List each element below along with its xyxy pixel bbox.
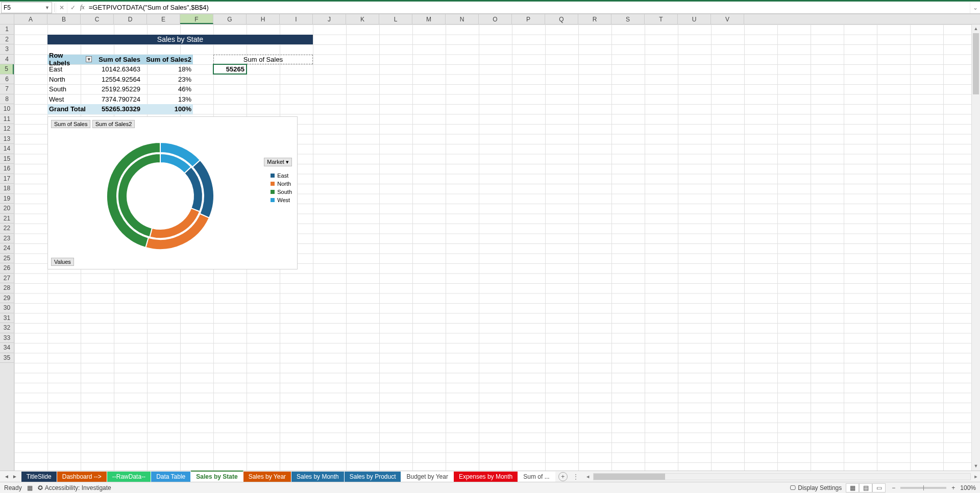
- col-header-I[interactable]: I: [280, 14, 313, 24]
- horizontal-scrollbar[interactable]: [593, 473, 971, 480]
- accessibility-status[interactable]: Accessibility: Investigate: [45, 484, 111, 491]
- row-header-28[interactable]: 28: [0, 283, 14, 293]
- col-header-N[interactable]: N: [446, 14, 479, 24]
- sheet-tab[interactable]: Sales by Product: [345, 472, 402, 482]
- tab-nav-prev-icon[interactable]: ◄: [4, 474, 9, 479]
- zoom-in-button[interactable]: +: [949, 484, 957, 491]
- col-header-P[interactable]: P: [512, 14, 545, 24]
- row-header-34[interactable]: 34: [0, 343, 14, 353]
- sheet-tab[interactable]: Expenses by Month: [454, 472, 518, 482]
- chart-values-btn[interactable]: Values: [51, 258, 74, 266]
- col-header-B[interactable]: B: [47, 14, 81, 24]
- col-header-E[interactable]: E: [147, 14, 180, 24]
- col-header-L[interactable]: L: [379, 14, 412, 24]
- col-header-K[interactable]: K: [346, 14, 379, 24]
- display-settings[interactable]: Display Settings: [798, 484, 842, 491]
- new-sheet-button[interactable]: +: [558, 472, 568, 481]
- row-header-16[interactable]: 16: [0, 164, 14, 174]
- name-box-input[interactable]: [4, 4, 45, 11]
- sheet-tab[interactable]: Sales by Year: [243, 472, 291, 482]
- row-header-32[interactable]: 32: [0, 323, 14, 333]
- col-header-J[interactable]: J: [313, 14, 346, 24]
- col-header-O[interactable]: O: [479, 14, 512, 24]
- zoom-out-button[interactable]: −: [890, 484, 897, 491]
- sheet-tab[interactable]: --RawData--: [107, 472, 151, 482]
- accept-formula-icon[interactable]: ✓: [67, 2, 78, 13]
- row-header-24[interactable]: 24: [0, 243, 14, 254]
- sheet-tab[interactable]: TitleSlide: [21, 472, 57, 482]
- row-header-29[interactable]: 29: [0, 293, 14, 304]
- accessibility-icon[interactable]: ✪: [38, 484, 43, 491]
- zoom-level[interactable]: 100%: [960, 484, 976, 491]
- row-header-23[interactable]: 23: [0, 234, 14, 244]
- col-header-R[interactable]: R: [578, 14, 611, 24]
- row-header-26[interactable]: 26: [0, 263, 14, 274]
- row-header-27[interactable]: 27: [0, 274, 14, 284]
- macro-record-icon[interactable]: ▦: [27, 484, 33, 491]
- sheet-tab[interactable]: Data Table: [151, 472, 191, 482]
- chart-market-btn[interactable]: Market ▾: [264, 158, 292, 166]
- row-header-1[interactable]: 1: [0, 24, 14, 35]
- row-header-18[interactable]: 18: [0, 184, 14, 194]
- display-settings-icon[interactable]: 🖵: [790, 484, 796, 491]
- row-header-33[interactable]: 33: [0, 333, 14, 343]
- col-header-G[interactable]: G: [213, 14, 247, 24]
- hscroll-left-icon[interactable]: ◄: [584, 474, 592, 479]
- row-header-15[interactable]: 15: [0, 154, 14, 164]
- row-header-17[interactable]: 17: [0, 174, 14, 184]
- view-pagebreak-icon[interactable]: ▭: [872, 483, 886, 492]
- col-header-A[interactable]: A: [14, 14, 47, 24]
- row-header-21[interactable]: 21: [0, 214, 14, 224]
- scroll-down-icon[interactable]: ▼: [972, 462, 980, 471]
- row-header-8[interactable]: 8: [0, 94, 14, 105]
- row-header-12[interactable]: 12: [0, 124, 14, 134]
- row-header-7[interactable]: 7: [0, 84, 14, 94]
- row-header-31[interactable]: 31: [0, 313, 14, 324]
- row-header-20[interactable]: 20: [0, 204, 14, 214]
- row-header-11[interactable]: 11: [0, 114, 14, 125]
- cancel-formula-icon[interactable]: ✕: [56, 2, 67, 13]
- row-header-22[interactable]: 22: [0, 224, 14, 234]
- row-header-30[interactable]: 30: [0, 303, 14, 313]
- pivot-header-rowlabels[interactable]: Row Labels ▾: [47, 55, 93, 65]
- row-header-13[interactable]: 13: [0, 134, 14, 144]
- col-header-M[interactable]: M: [412, 14, 446, 24]
- name-box[interactable]: ▼: [1, 2, 52, 13]
- sheet-tab[interactable]: Dashboard -->: [57, 472, 107, 482]
- col-header-Q[interactable]: Q: [545, 14, 578, 24]
- col-header-U[interactable]: U: [678, 14, 711, 24]
- chart-field-btn-2[interactable]: Sum of Sales2: [92, 120, 135, 128]
- row-header-14[interactable]: 14: [0, 144, 14, 154]
- scroll-up-icon[interactable]: ▲: [972, 24, 980, 33]
- row-header-25[interactable]: 25: [0, 254, 14, 264]
- chart-field-btn-1[interactable]: Sum of Sales: [51, 120, 90, 128]
- col-header-D[interactable]: D: [114, 14, 147, 24]
- row-header-19[interactable]: 19: [0, 194, 14, 204]
- sheet-tab[interactable]: Sum of ...: [518, 472, 555, 482]
- zoom-slider[interactable]: [900, 487, 946, 489]
- sheet-tab[interactable]: Sales by Month: [291, 472, 345, 482]
- row-header-4[interactable]: 4: [0, 55, 14, 65]
- formula-expand-icon[interactable]: ⌄: [970, 2, 980, 13]
- col-header-V[interactable]: V: [711, 14, 744, 24]
- sheet-tab[interactable]: Sales by State: [191, 471, 243, 482]
- selected-cell[interactable]: 55265: [213, 64, 247, 75]
- row-header-35[interactable]: 35: [0, 353, 14, 363]
- vertical-scrollbar[interactable]: ▲ ▼: [971, 24, 980, 471]
- view-pagelayout-icon[interactable]: ▤: [859, 483, 872, 492]
- col-header-F[interactable]: F: [180, 14, 213, 24]
- col-header-T[interactable]: T: [645, 14, 678, 24]
- row-header-6[interactable]: 6: [0, 75, 14, 85]
- col-header-S[interactable]: S: [611, 14, 645, 24]
- select-all-corner[interactable]: [0, 14, 14, 24]
- row-header-3[interactable]: 3: [0, 44, 14, 55]
- row-header-5[interactable]: 5: [0, 64, 14, 75]
- pivot-chart[interactable]: Sum of Sales Sum of Sales2 Values Market…: [47, 116, 298, 269]
- scroll-thumb[interactable]: [973, 33, 979, 94]
- tab-nav-next-icon[interactable]: ►: [12, 474, 17, 479]
- name-box-dropdown-icon[interactable]: ▼: [45, 5, 50, 10]
- col-header-C[interactable]: C: [81, 14, 114, 24]
- fx-icon[interactable]: fx: [78, 4, 87, 11]
- col-header-H[interactable]: H: [247, 14, 280, 24]
- row-header-2[interactable]: 2: [0, 35, 14, 45]
